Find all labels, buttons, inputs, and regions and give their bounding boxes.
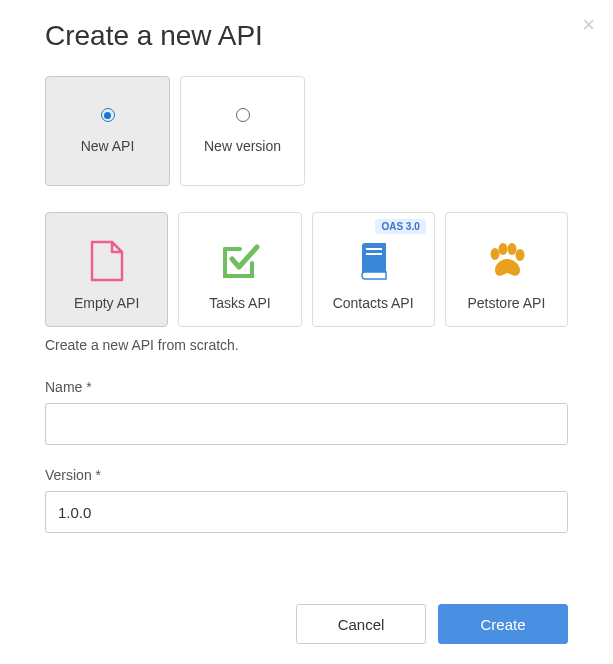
template-description: Create a new API from scratch.: [45, 337, 568, 353]
mode-label: New API: [81, 138, 135, 154]
oas-badge: OAS 3.0: [375, 219, 425, 234]
version-field-group: Version *: [45, 467, 568, 533]
mode-selector: New API New version: [45, 76, 568, 186]
create-api-dialog: × Create a new API New API New version E…: [0, 0, 613, 575]
radio-checked-icon: [101, 108, 115, 122]
version-input[interactable]: [45, 491, 568, 533]
svg-point-5: [516, 249, 525, 261]
template-label: Empty API: [74, 295, 139, 311]
name-field-group: Name *: [45, 379, 568, 445]
book-icon: [356, 235, 390, 287]
svg-point-2: [491, 248, 500, 260]
dialog-title: Create a new API: [45, 20, 568, 52]
mode-new-version[interactable]: New version: [180, 76, 305, 186]
check-icon: [220, 235, 260, 287]
svg-point-3: [499, 243, 508, 255]
template-tasks-api[interactable]: Tasks API: [178, 212, 301, 327]
name-input[interactable]: [45, 403, 568, 445]
dialog-footer: Cancel Create: [296, 604, 568, 644]
name-label: Name *: [45, 379, 568, 395]
template-label: Tasks API: [209, 295, 270, 311]
template-label: Contacts API: [333, 295, 414, 311]
create-button[interactable]: Create: [438, 604, 568, 644]
template-selector: Empty API Tasks API OAS 3.0: [45, 212, 568, 327]
template-label: Petstore API: [467, 295, 545, 311]
radio-unchecked-icon: [236, 108, 250, 122]
close-button[interactable]: ×: [582, 14, 595, 36]
file-icon: [90, 235, 124, 287]
cancel-button[interactable]: Cancel: [296, 604, 426, 644]
template-empty-api[interactable]: Empty API: [45, 212, 168, 327]
template-petstore-api[interactable]: Petstore API: [445, 212, 568, 327]
mode-new-api[interactable]: New API: [45, 76, 170, 186]
version-label: Version *: [45, 467, 568, 483]
paw-icon: [486, 235, 526, 287]
mode-label: New version: [204, 138, 281, 154]
svg-point-4: [508, 243, 517, 255]
template-contacts-api[interactable]: OAS 3.0 Contacts API: [312, 212, 435, 327]
